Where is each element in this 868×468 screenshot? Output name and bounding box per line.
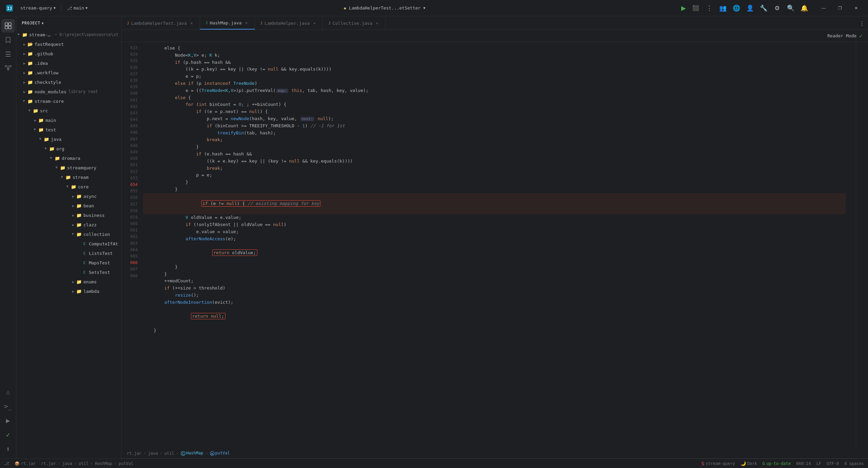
tree-item-github[interactable]: ▶ 📁 .github [16, 49, 121, 58]
activity-git-icon[interactable] [1, 62, 15, 75]
tab-lambdatest[interactable]: J LambdaHelperTest.java ✕ [121, 17, 200, 30]
svg-text:IJ: IJ [7, 6, 12, 11]
label-workflow: .workflow [35, 70, 58, 75]
status-position[interactable]: 660:14 [796, 461, 811, 466]
status-indent[interactable]: 4 spaces [844, 461, 864, 466]
activity-terminal-icon[interactable]: >_ [1, 399, 15, 413]
activity-project-icon[interactable] [1, 19, 15, 33]
scroll-area[interactable] [851, 42, 856, 448]
status-breadcrumb[interactable]: rt.jar › java › util › HashMap › putVal [41, 461, 133, 466]
activity-structure-icon[interactable]: ☰ [1, 48, 15, 61]
status-bar: ⎇ 📦 rt.jar rt.jar › java › util › HashMa… [0, 458, 868, 468]
tab-hashmap[interactable]: J HashMap.java ✕ [200, 17, 255, 30]
activity-run-icon[interactable]: ▶ [1, 414, 15, 427]
code-line-638: else if (p instanceof TreeNode) [143, 80, 846, 87]
status-encoding[interactable]: UTF-8 [827, 461, 839, 466]
folder-icon-idea: 📁 [27, 60, 33, 66]
status-project-name[interactable]: S stream-query [702, 461, 735, 466]
code-line-642: if ((e = p.next) == null) { [143, 108, 846, 115]
tree-item-business[interactable]: ▶ 📁 business [16, 210, 121, 220]
tree-item-idea[interactable]: ▶ 📁 .idea [16, 58, 121, 68]
tab-lambdahelper[interactable]: J LambdaHelper.java ✕ [255, 17, 323, 30]
stop-button[interactable]: ⬛ [691, 3, 701, 13]
tree-item-org[interactable]: ▶ 📁 org [16, 144, 121, 153]
tools-icon-button[interactable]: 🔧 [757, 2, 770, 14]
tab-label-collective: Collective.java [333, 21, 372, 26]
tree-item-clazz[interactable]: ▶ 📁 clazz [16, 220, 121, 229]
tree-item-java[interactable]: ▶ 📁 java [16, 134, 121, 144]
tree-item-async[interactable]: ▶ 📁 async [16, 191, 121, 201]
tree-item-MapsTest[interactable]: C MapsTest [16, 258, 121, 267]
profile-icon-button[interactable]: 👤 [744, 2, 756, 14]
status-jar[interactable]: 📦 rt.jar [15, 461, 36, 466]
sidebar-content[interactable]: ▶ 📁 stream-query ~ D:\project\opensource… [16, 30, 121, 458]
tab-close-hashmap[interactable]: ✕ [244, 20, 249, 25]
tab-collective[interactable]: J Collective.java ✕ [323, 17, 386, 30]
close-button[interactable]: ✕ [848, 3, 864, 14]
project-selector[interactable]: stream-query ▼ [18, 4, 58, 12]
tree-item-ComputeIfAt[interactable]: C ComputeIfAt [16, 239, 121, 248]
branch-selector[interactable]: ⎇ main ▼ [64, 4, 90, 12]
label-lambda: lambda [83, 289, 99, 294]
activity-bookmark-icon[interactable] [1, 33, 15, 47]
status-vcs[interactable]: ⎇ [4, 461, 9, 466]
tab-close-lambdahelper[interactable]: ✕ [312, 20, 317, 26]
maximize-button[interactable]: ❐ [832, 3, 848, 14]
arrow-main: ▶ [33, 117, 38, 123]
bc-sep-2: › [160, 451, 162, 456]
code-editor[interactable]: 633634635636 637638639640 641642643644 6… [121, 42, 868, 448]
tree-item-SetsTest[interactable]: C SetsTest [16, 267, 121, 277]
tree-item-bean[interactable]: ▶ 📁 bean [16, 201, 121, 210]
activity-problems-icon[interactable]: ⚠ [1, 385, 15, 399]
tree-item-stream-query[interactable]: ▶ 📁 stream-query ~ D:\project\opensource… [16, 30, 121, 39]
tree-item-dromara[interactable]: ▶ 📁 dromara [16, 153, 121, 163]
tab-more-button[interactable]: ⋮ [856, 17, 868, 30]
tree-item-lambda[interactable]: ▶ 📁 lambda [16, 286, 121, 296]
tree-item-main[interactable]: ▶ 📁 main [16, 115, 121, 125]
bc-item-hashmap[interactable]: CHashMap [181, 451, 203, 456]
tree-item-enums[interactable]: ▶ 📁 enums [16, 277, 121, 286]
code-content[interactable]: else { Node<K,V> e; K k; if (p.hash == h… [140, 42, 851, 448]
status-theme[interactable]: 🌙 Dark [741, 461, 757, 466]
search-icon-button[interactable]: 🔍 [785, 2, 797, 14]
notifications-icon-button[interactable]: 🔔 [798, 2, 810, 14]
status-bc-putval: putVal [119, 461, 133, 466]
settings-icon-button[interactable]: ⚙ [771, 2, 783, 14]
tab-close-lambdatest[interactable]: ✕ [189, 20, 194, 26]
tree-item-node_modules[interactable]: ▶ 📁 node_modules library root [16, 87, 121, 96]
tree-item-src[interactable]: ▶ 📁 src [16, 106, 121, 115]
arrow-stream-core: ▶ [22, 98, 27, 104]
bc-item-jar[interactable]: rt.jar [127, 451, 141, 456]
bc-item-util[interactable]: util [164, 451, 174, 456]
tree-item-core[interactable]: ▶ 📁 core [16, 182, 121, 191]
tree-item-streamquery[interactable]: ▶ 📁 streamquery [16, 163, 121, 172]
status-bc-sep-3: › [91, 461, 93, 466]
tree-item-fastRequest[interactable]: ▶ 📂 fastRequest [16, 39, 121, 49]
status-position-label: 660:14 [796, 461, 811, 466]
tree-item-collection[interactable]: ▶ 📁 collection [16, 229, 121, 239]
status-vcs-status[interactable]: G up-to-date [763, 461, 791, 466]
tab-close-collective[interactable]: ✕ [374, 20, 380, 26]
tree-item-stream[interactable]: ▶ 📁 stream [16, 172, 121, 182]
tree-item-test[interactable]: ▶ 📁 test [16, 125, 121, 134]
activity-push-icon[interactable]: ⬆ [1, 442, 15, 456]
users-icon-button[interactable]: 👥 [717, 2, 729, 14]
more-actions-button[interactable]: ⋮ [703, 2, 715, 14]
run-button[interactable]: ▶ [679, 3, 688, 13]
tree-item-ListsTest[interactable]: C ListsTest [16, 248, 121, 258]
arrow-clazz: ▶ [71, 222, 76, 227]
arrow-github: ▶ [22, 51, 27, 56]
code-line-637: e = p; [143, 73, 846, 80]
arrow-bean: ▶ [71, 203, 76, 208]
tree-item-workflow[interactable]: ▶ 📁 .workflow [16, 68, 121, 77]
tree-item-stream-core[interactable]: ▶ 📁 stream-core [16, 96, 121, 106]
minimize-button[interactable]: — [816, 3, 831, 14]
translate-icon-button[interactable]: 🌐 [730, 2, 743, 14]
folder-icon-enums: 📁 [76, 279, 82, 285]
bc-item-putval[interactable]: mputVal [210, 451, 230, 456]
bc-item-java[interactable]: java [148, 451, 158, 456]
activity-check-icon[interactable]: ✓ [1, 428, 15, 442]
tree-item-checkstyle[interactable]: ▶ 📁 checkstyle [16, 77, 121, 87]
reader-mode-label: Reader Mode [827, 33, 856, 38]
status-linesep[interactable]: LF [816, 461, 821, 466]
